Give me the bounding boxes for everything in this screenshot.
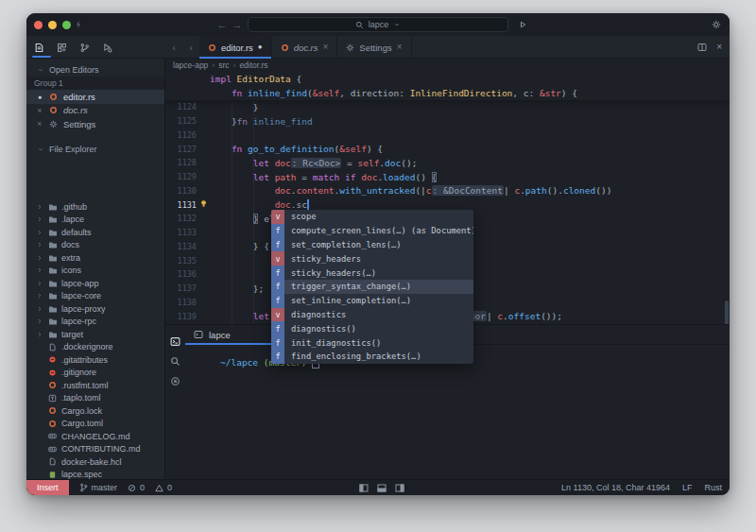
- folder-icon: [47, 304, 58, 314]
- close-icon[interactable]: ×: [36, 106, 43, 115]
- folder-lapce-rpc[interactable]: lapce-rpc: [26, 316, 164, 329]
- completion-item[interactable]: v scope: [271, 210, 473, 224]
- debug-panel-icon[interactable]: [102, 43, 112, 53]
- completion-item[interactable]: f diagnostics(): [271, 321, 473, 335]
- tabs-back-button[interactable]: ‹: [165, 36, 182, 59]
- folder-icons[interactable]: icons: [26, 265, 164, 278]
- file--dockerignore[interactable]: .dockerignore: [26, 341, 164, 354]
- file-explorer-header[interactable]: File Explorer: [26, 143, 164, 157]
- completion-item[interactable]: f find_enclosing_brackets(…): [271, 350, 473, 364]
- code-action-bulb-icon[interactable]: [199, 199, 208, 208]
- completion-item[interactable]: f sticky_headers(…): [271, 266, 473, 280]
- file-lapce-spec[interactable]: lapce.spec: [26, 469, 164, 480]
- maximize-window-button[interactable]: [62, 21, 71, 29]
- toggle-bottom-panel-icon[interactable]: [377, 484, 387, 492]
- completion-item[interactable]: f set_inline_completion(…): [271, 294, 473, 308]
- open-editor-doc-rs[interactable]: × doc.rs: [26, 104, 164, 118]
- completion-item[interactable]: f set_completion_lens(…): [271, 238, 473, 252]
- title-bar: ← → lapce: [26, 13, 730, 36]
- toggle-left-panel-icon[interactable]: [359, 484, 369, 492]
- breadcrumb[interactable]: lapce-app›src›editor.rs: [165, 59, 730, 72]
- breadcrumb-item[interactable]: src: [218, 60, 229, 70]
- folder-defaults[interactable]: defaults: [26, 226, 164, 239]
- close-editor-icon[interactable]: ×: [716, 43, 722, 52]
- code-line-1126[interactable]: 1126: [165, 129, 730, 143]
- file--gitignore[interactable]: .gitignore: [26, 367, 164, 380]
- file--gitattributes[interactable]: .gitattributes: [26, 353, 164, 367]
- problems-panel-icon[interactable]: [170, 376, 180, 386]
- close-tab-icon[interactable]: ×: [397, 43, 403, 52]
- lapce-logo-icon: [74, 20, 83, 29]
- breadcrumb-item[interactable]: lapce-app: [173, 60, 208, 70]
- file--rustfmt-toml[interactable]: .rustfmt.toml: [26, 379, 164, 392]
- window-controls: [34, 21, 71, 29]
- command-palette-search[interactable]: lapce: [248, 17, 508, 32]
- open-editor-settings[interactable]: × Settings: [26, 117, 164, 131]
- file-CONTRIBUTING-md[interactable]: CONTRIBUTING.md: [26, 443, 164, 456]
- file-docker-bake-hcl[interactable]: docker-bake.hcl: [26, 455, 164, 469]
- close-tab-icon[interactable]: ×: [323, 43, 329, 52]
- toggle-right-panel-icon[interactable]: [395, 484, 404, 492]
- code-line-1124[interactable]: 1124}: [165, 100, 730, 114]
- folder--lapce[interactable]: .lapce: [26, 214, 164, 227]
- minimize-window-button[interactable]: [48, 21, 57, 29]
- folder-lapce-core[interactable]: lapce-core: [26, 290, 164, 303]
- source-control-panel-icon[interactable]: [79, 43, 90, 53]
- terminal-panel-icon[interactable]: [170, 336, 180, 347]
- open-editors-header[interactable]: Open Editors: [26, 62, 164, 77]
- settings-gear-icon[interactable]: [712, 20, 721, 29]
- completion-item[interactable]: v diagnostics: [271, 308, 473, 322]
- folder-lapce-proxy[interactable]: lapce-proxy: [26, 302, 164, 316]
- run-button[interactable]: [518, 20, 527, 29]
- close-icon[interactable]: ×: [36, 119, 43, 129]
- completion-item[interactable]: v sticky_headers: [271, 251, 473, 266]
- search-panel-icon[interactable]: [170, 356, 180, 367]
- tab-doc-rs[interactable]: doc.rs ×: [272, 36, 338, 59]
- explorer-panel-icon[interactable]: [34, 43, 44, 53]
- cursor-position[interactable]: Ln 1130, Col 18, Char 41964: [561, 483, 670, 492]
- file-CHANGELOG-md[interactable]: CHANGELOG.md: [26, 430, 164, 443]
- eol-indicator[interactable]: LF: [682, 483, 693, 492]
- open-editor-editor-rs[interactable]: ● editor.rs: [26, 90, 164, 104]
- tab-settings[interactable]: Settings ×: [337, 36, 411, 59]
- completion-item[interactable]: f compute_screen_lines(…) (as Document): [271, 224, 473, 238]
- history-back-button[interactable]: ←: [215, 17, 229, 32]
- split-editor-icon[interactable]: [697, 43, 707, 52]
- git-branch-indicator[interactable]: master: [79, 483, 118, 492]
- completion-item[interactable]: f trigger_syntax_change(…): [271, 280, 473, 294]
- code-line-1125[interactable]: 1125}fn inline_find: [165, 114, 730, 129]
- file-Cargo-lock[interactable]: Cargo.lock: [26, 404, 164, 418]
- code-line-1127[interactable]: 1127fn go_to_definition(&self) {: [165, 142, 730, 156]
- close-window-button[interactable]: [34, 21, 43, 29]
- folder--github[interactable]: .github: [26, 200, 164, 214]
- editor-mode-badge[interactable]: Insert: [26, 480, 69, 495]
- folder-docs[interactable]: docs: [26, 239, 164, 252]
- history-forward-button[interactable]: →: [231, 17, 244, 32]
- variable-kind-icon: v: [271, 308, 284, 322]
- code-line-1128[interactable]: 1128let doc: Rc<Doc> = self.doc();: [165, 156, 730, 170]
- rust-icon: [49, 93, 58, 101]
- folder-target[interactable]: target: [26, 328, 164, 341]
- tab-editor-rs[interactable]: editor.rs ●: [199, 36, 272, 59]
- code-line[interactable]: impl EditorData {: [165, 72, 730, 86]
- folder-lapce-app[interactable]: lapce-app: [26, 277, 164, 290]
- error-count[interactable]: 0: [128, 483, 145, 492]
- language-indicator[interactable]: Rust: [704, 483, 722, 492]
- folder-extra[interactable]: extra: [26, 251, 164, 265]
- code-line-1130[interactable]: 1130doc.content.with_untracked(|c: &DocC…: [165, 184, 730, 198]
- code-line[interactable]: fn inline_find(&self, direction: InlineF…: [165, 86, 730, 100]
- warning-count[interactable]: 0: [155, 483, 172, 492]
- function-kind-icon: f: [271, 335, 284, 350]
- code-line-1129[interactable]: 1129let path = match if doc.loaded() {: [165, 170, 730, 184]
- function-kind-icon: f: [271, 321, 284, 335]
- completion-item[interactable]: f init_diagnostics(): [271, 335, 473, 350]
- file-Cargo-toml[interactable]: Cargo.toml: [26, 418, 164, 431]
- terminal-tab[interactable]: lapce: [185, 325, 284, 344]
- tabs-forward-button[interactable]: ›: [182, 36, 199, 59]
- file--taplo-toml[interactable]: .taplo.toml: [26, 392, 164, 405]
- modified-dot: ●: [258, 43, 263, 51]
- chevron-right-icon: [36, 331, 43, 338]
- editor-scrollbar[interactable]: [725, 300, 729, 324]
- plugins-panel-icon[interactable]: [57, 43, 67, 53]
- breadcrumb-item[interactable]: editor.rs: [239, 60, 267, 70]
